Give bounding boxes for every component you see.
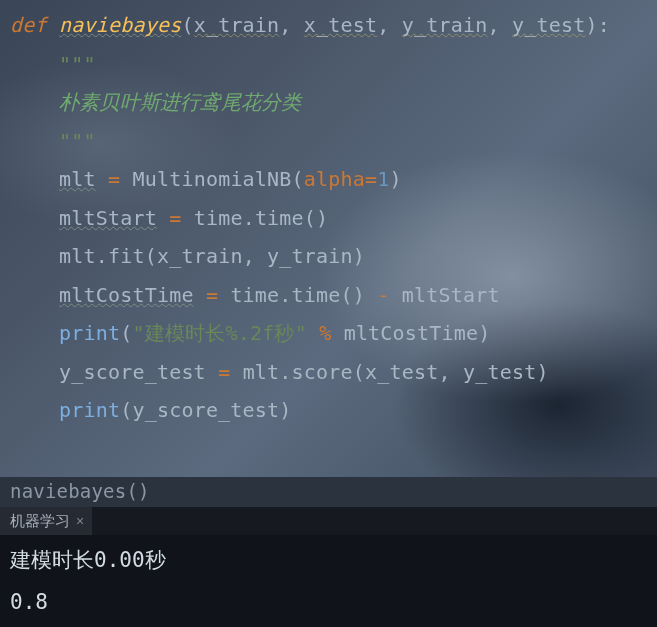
var-mltcosttime: mltCostTime bbox=[59, 283, 194, 307]
arg-x-train: x_train bbox=[157, 244, 243, 268]
var-mltstart-ref: mltStart bbox=[402, 283, 500, 307]
param-y-train: y_train bbox=[402, 13, 488, 37]
var-mlt: mlt bbox=[59, 167, 96, 191]
fn-score: score bbox=[292, 360, 353, 384]
op-percent: % bbox=[319, 321, 331, 345]
close-icon[interactable]: × bbox=[76, 514, 84, 529]
call-line: naviebayes() bbox=[0, 477, 657, 507]
var-mltcosttime-ref: mltCostTime bbox=[344, 321, 479, 345]
num-1: 1 bbox=[377, 167, 389, 191]
docstring-open: """ bbox=[59, 52, 96, 76]
param-x-train: x_train bbox=[194, 13, 280, 37]
string-literal: "建模时长%.2f秒" bbox=[132, 321, 306, 345]
mod-time: time bbox=[194, 206, 243, 230]
tab-label: 机器学习 bbox=[10, 512, 70, 531]
param-y-test: y_test bbox=[512, 13, 585, 37]
arg-y-score-test: y_score_test bbox=[132, 398, 279, 422]
arg-y-train: y_train bbox=[267, 244, 353, 268]
fn-time: time bbox=[255, 206, 304, 230]
docstring-text: 朴素贝叶斯进行鸢尾花分类 bbox=[59, 90, 301, 114]
class-multinomialnb: MultinomialNB bbox=[132, 167, 291, 191]
tab-machine-learning[interactable]: 机器学习 × bbox=[0, 507, 93, 535]
function-name: naviebayes bbox=[59, 13, 181, 37]
mod-time-2: time bbox=[230, 283, 279, 307]
obj-mlt: mlt bbox=[59, 244, 96, 268]
keyword-def: def bbox=[10, 13, 47, 37]
code-block: def naviebayes(x_train, x_test, y_train,… bbox=[0, 0, 657, 430]
fn-print: print bbox=[59, 321, 120, 345]
var-mltstart: mltStart bbox=[59, 206, 157, 230]
kwarg-alpha: alpha bbox=[304, 167, 365, 191]
fn-time-2: time bbox=[292, 283, 341, 307]
var-y-score-test: y_score_test bbox=[59, 360, 206, 384]
code-editor[interactable]: def naviebayes(x_train, x_test, y_train,… bbox=[0, 0, 657, 477]
console-tabbar: 机器学习 × bbox=[0, 507, 657, 535]
fn-fit: fit bbox=[108, 244, 145, 268]
fn-print-2: print bbox=[59, 398, 120, 422]
arg-x-test: x_test bbox=[365, 360, 438, 384]
arg-y-test: y_test bbox=[463, 360, 536, 384]
console-output[interactable]: 建模时长0.00秒 0.8 bbox=[0, 535, 657, 627]
console-line-1: 建模时长0.00秒 bbox=[10, 548, 166, 572]
docstring-close: """ bbox=[59, 129, 96, 153]
param-x-test: x_test bbox=[304, 13, 377, 37]
obj-mlt-2: mlt bbox=[243, 360, 280, 384]
console-line-2: 0.8 bbox=[10, 590, 48, 614]
